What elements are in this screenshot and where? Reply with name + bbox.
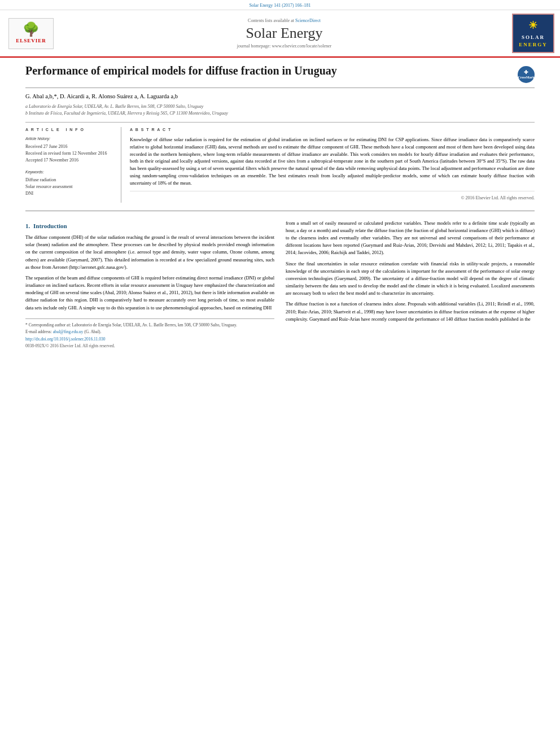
section1-title-text: Introduction xyxy=(33,222,67,229)
keyword-3: DNI xyxy=(25,190,114,197)
science-direct-line: Contents lists available at ScienceDirec… xyxy=(68,18,501,24)
article-info-abstract: A R T I C L E I N F O Article history: R… xyxy=(25,122,535,202)
journal-header: Solar Energy 141 (2017) 166–181 🌳 ELSEVI… xyxy=(0,0,560,58)
elsevier-logo: 🌳 ELSEVIER xyxy=(6,18,56,49)
elsevier-logo-img: 🌳 ELSEVIER xyxy=(8,18,54,49)
sun-icon: ☀ xyxy=(528,19,538,33)
intro-para-3: from a small set of easily measured or c… xyxy=(286,220,535,257)
crossmark-badge[interactable]: ✚ CrossMark xyxy=(518,66,535,83)
affiliations: a Laboratorio de Energía Solar, UDELAR, … xyxy=(25,103,535,116)
footnote-email-suffix: (G. Abal). xyxy=(84,329,101,334)
journal-title-block: Contents lists available at ScienceDirec… xyxy=(56,18,512,50)
footnote-section: * Corresponding author at: Laboratorio d… xyxy=(25,318,274,350)
science-direct-prefix: Contents lists available at xyxy=(248,18,294,23)
article-history-content: Received 27 June 2016 Received in revise… xyxy=(25,143,114,164)
article-title-text: Performance of empirical models for diff… xyxy=(25,63,512,78)
authors-text: G. Abal a,b,*, D. Aicardi a, R. Alonso S… xyxy=(25,93,178,99)
keyword-1: Diffuse radiation xyxy=(25,177,114,184)
section1-number: 1. xyxy=(25,222,30,229)
footnote-corresponding: * Corresponding author at: Laboratorio d… xyxy=(25,322,274,329)
intro-para-1: The diffuse component (DHI) of the solar… xyxy=(25,234,274,271)
doi-text: Solar Energy 141 (2017) 166–181 xyxy=(249,3,310,8)
crossmark-icon: ✚ xyxy=(524,70,528,75)
journal-header-main: 🌳 ELSEVIER Contents lists available at S… xyxy=(0,10,560,56)
paper-col-left: 1. Introduction The diffuse component (D… xyxy=(25,220,274,351)
received-revised-date: Received in revised form 12 November 201… xyxy=(25,150,114,157)
footnote-email-line: E-mail address: abal@fing.edu.uy (G. Aba… xyxy=(25,329,274,335)
authors-line: G. Abal a,b,*, D. Aicardi a, R. Alonso S… xyxy=(25,93,535,101)
copyright-text: © 2016 Elsevier Ltd. All rights reserved… xyxy=(130,191,535,201)
crossmark-label: CrossMark xyxy=(518,76,534,79)
keywords-content: Diffuse radiation Solar resource assessm… xyxy=(25,177,114,197)
article-history-group: Article history: Received 27 June 2016 R… xyxy=(25,136,114,164)
homepage-text: journal homepage: www.elsevier.com/locat… xyxy=(237,43,331,49)
footnote-email[interactable]: abal@fing.edu.uy xyxy=(53,329,84,334)
main-content: Performance of empirical models for diff… xyxy=(0,58,560,356)
article-info-label: A R T I C L E I N F O xyxy=(25,127,114,133)
received-date: Received 27 June 2016 xyxy=(25,143,114,150)
keywords-group: Keywords: Diffuse radiation Solar resour… xyxy=(25,169,114,197)
footnote-issn: 0038-092X/© 2016 Elsevier Ltd. All right… xyxy=(25,343,274,350)
intro-para-4: Since the final uncertainties in solar r… xyxy=(286,260,535,298)
intro-para-2: The separation of the beam and diffuse c… xyxy=(25,274,274,312)
logo-solar-text: SOLAR xyxy=(522,34,545,41)
science-direct-link[interactable]: ScienceDirect xyxy=(295,18,321,23)
keyword-2: Solar resource assessment xyxy=(25,184,114,190)
footnote-doi: http://dx.doi.org/10.1016/j.solener.2016… xyxy=(25,337,274,343)
affiliation-a: a Laboratorio de Energía Solar, UDELAR, … xyxy=(25,103,535,110)
abstract-text: Knowledge of diffuse solar radiation is … xyxy=(130,136,535,186)
elsevier-name: ELSEVIER xyxy=(16,37,46,45)
abstract-col: A B S T R A C T Knowledge of diffuse sol… xyxy=(130,127,535,202)
paper-body: 1. Introduction The diffuse component (D… xyxy=(25,220,535,351)
footnote-doi-link[interactable]: http://dx.doi.org/10.1016/j.solener.2016… xyxy=(25,337,105,342)
section-divider xyxy=(25,211,535,211)
solar-energy-logo: ☀ SOLAR ENERGY xyxy=(512,14,554,53)
accepted-date: Accepted 17 November 2016 xyxy=(25,157,114,164)
keywords-label: Keywords: xyxy=(25,169,114,175)
article-title-section: Performance of empirical models for diff… xyxy=(25,63,535,88)
intro-para-5: The diffuse fraction is not a function o… xyxy=(286,300,535,323)
elsevier-tree-icon: 🌳 xyxy=(23,23,40,36)
article-info-col: A R T I C L E I N F O Article history: R… xyxy=(25,127,121,202)
paper-col-right: from a small set of easily measured or c… xyxy=(286,220,535,351)
homepage-line: journal homepage: www.elsevier.com/locat… xyxy=(68,43,501,49)
article-history-label: Article history: xyxy=(25,136,114,142)
affiliation-b: b Instituto de Física, Facultad de Ingen… xyxy=(25,110,535,116)
logo-energy-text: ENERGY xyxy=(519,41,548,49)
doi-banner: Solar Energy 141 (2017) 166–181 xyxy=(0,0,560,10)
section1-heading: 1. Introduction xyxy=(25,222,274,230)
abstract-label: A B S T R A C T xyxy=(130,127,535,133)
journal-title-main: Solar Energy xyxy=(68,25,501,42)
footnote-email-label: E-mail address: xyxy=(25,329,52,334)
